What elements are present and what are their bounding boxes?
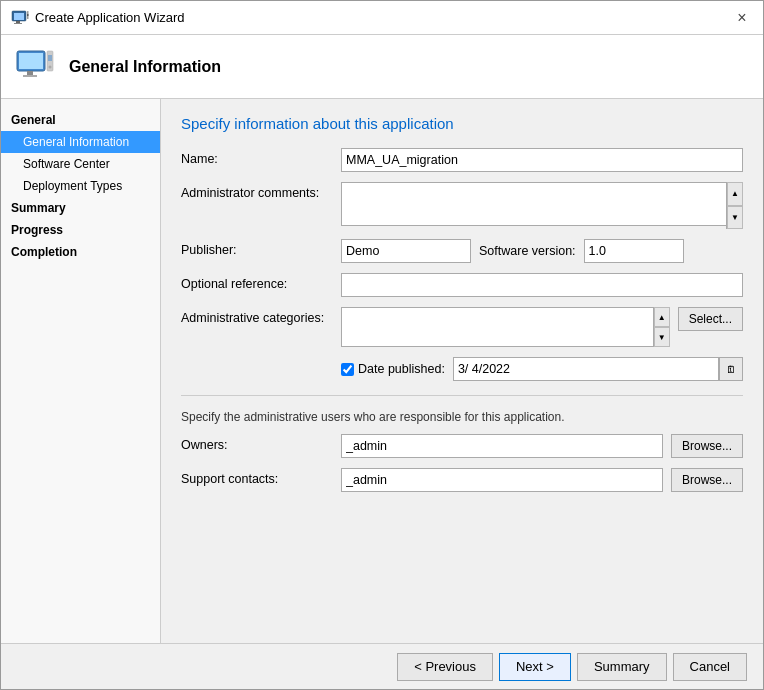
- optional-ref-label: Optional reference:: [181, 273, 341, 291]
- software-version-label: Software version:: [479, 244, 576, 258]
- admin-categories-field-wrap: ▲ ▼: [341, 307, 670, 347]
- svg-rect-7: [19, 53, 43, 69]
- owners-input[interactable]: [341, 434, 663, 458]
- cancel-button[interactable]: Cancel: [673, 653, 747, 681]
- sidebar: General General Information Software Cen…: [1, 99, 161, 643]
- optional-ref-control: [341, 273, 743, 297]
- date-input-wrap: 🗓: [453, 357, 743, 381]
- admin-comments-label: Administrator comments:: [181, 182, 341, 200]
- date-published-label-empty: [181, 357, 341, 361]
- summary-button[interactable]: Summary: [577, 653, 667, 681]
- create-application-wizard-dialog: Create Application Wizard × General Info…: [0, 0, 764, 690]
- admin-comments-row: Administrator comments: ▲ ▼: [181, 182, 743, 229]
- publisher-control: Software version:: [341, 239, 743, 263]
- subsection-description: Specify the administrative users who are…: [181, 410, 743, 424]
- name-control: [341, 148, 743, 172]
- main-content: Specify information about this applicati…: [161, 99, 763, 643]
- scroll-down-btn[interactable]: ▼: [727, 206, 743, 230]
- owners-browse-button[interactable]: Browse...: [671, 434, 743, 458]
- admin-categories-label: Administrative categories:: [181, 307, 341, 325]
- wizard-body: General General Information Software Cen…: [1, 99, 763, 643]
- previous-button[interactable]: < Previous: [397, 653, 493, 681]
- wizard-footer: < Previous Next > Summary Cancel: [1, 643, 763, 689]
- software-version-input[interactable]: [584, 239, 684, 263]
- header-icon: [15, 47, 55, 87]
- admin-categories-scrollbar: ▲ ▼: [653, 307, 670, 347]
- svg-point-12: [49, 65, 52, 68]
- date-published-row: Date published: 🗓: [181, 357, 743, 381]
- support-contacts-browse-button[interactable]: Browse...: [671, 468, 743, 492]
- name-label: Name:: [181, 148, 341, 166]
- svg-rect-9: [23, 75, 37, 77]
- sidebar-section-progress: Progress: [1, 219, 160, 241]
- svg-rect-3: [14, 23, 22, 24]
- sidebar-item-deployment-types[interactable]: Deployment Types: [1, 175, 160, 197]
- next-button[interactable]: Next >: [499, 653, 571, 681]
- owners-control: Browse...: [341, 434, 743, 458]
- date-published-control: Date published: 🗓: [341, 357, 743, 381]
- support-contacts-row: Support contacts: Browse...: [181, 468, 743, 492]
- sidebar-item-general-information[interactable]: General Information: [1, 131, 160, 153]
- sidebar-section-completion: Completion: [1, 241, 160, 263]
- date-published-checkbox[interactable]: [341, 363, 354, 376]
- dialog-title: Create Application Wizard: [35, 10, 185, 25]
- admin-comments-input[interactable]: [341, 182, 743, 226]
- date-published-checkbox-label: Date published:: [341, 362, 445, 376]
- support-contacts-input[interactable]: [341, 468, 663, 492]
- admin-categories-control: ▲ ▼ Select...: [341, 307, 743, 347]
- svg-rect-11: [48, 55, 52, 61]
- owners-row: Owners: Browse...: [181, 434, 743, 458]
- svg-rect-8: [27, 71, 33, 75]
- publisher-input[interactable]: [341, 239, 471, 263]
- owners-label: Owners:: [181, 434, 341, 452]
- title-bar: Create Application Wizard ×: [1, 1, 763, 35]
- svg-rect-5: [27, 14, 29, 16]
- sidebar-section-summary: Summary: [1, 197, 160, 219]
- date-published-input[interactable]: [453, 357, 719, 381]
- date-published-label: Date published:: [358, 362, 445, 376]
- name-input[interactable]: [341, 148, 743, 172]
- cat-scroll-down-btn[interactable]: ▼: [654, 327, 670, 347]
- section-divider: [181, 395, 743, 396]
- select-categories-button[interactable]: Select...: [678, 307, 743, 331]
- support-contacts-control: Browse...: [341, 468, 743, 492]
- name-row: Name:: [181, 148, 743, 172]
- wizard-icon: [11, 9, 29, 27]
- admin-categories-field: [341, 307, 670, 347]
- svg-rect-2: [16, 21, 20, 23]
- admin-comments-wrap: ▲ ▼: [341, 182, 743, 229]
- optional-ref-row: Optional reference:: [181, 273, 743, 297]
- close-button[interactable]: ×: [731, 7, 753, 29]
- sidebar-item-software-center[interactable]: Software Center: [1, 153, 160, 175]
- support-contacts-label: Support contacts:: [181, 468, 341, 486]
- svg-rect-1: [14, 13, 24, 20]
- admin-comments-scrollbar: ▲ ▼: [726, 182, 743, 229]
- header-title: General Information: [69, 58, 221, 76]
- publisher-row: Publisher: Software version:: [181, 239, 743, 263]
- sidebar-section-general: General: [1, 109, 160, 131]
- title-bar-left: Create Application Wizard: [11, 9, 185, 27]
- date-picker-button[interactable]: 🗓: [719, 357, 743, 381]
- scroll-up-btn[interactable]: ▲: [727, 182, 743, 206]
- section-title: Specify information about this applicati…: [181, 115, 743, 132]
- cat-scroll-up-btn[interactable]: ▲: [654, 307, 670, 327]
- wizard-header: General Information: [1, 35, 763, 99]
- optional-ref-input[interactable]: [341, 273, 743, 297]
- publisher-label: Publisher:: [181, 239, 341, 257]
- admin-categories-row: Administrative categories: ▲ ▼ Select...: [181, 307, 743, 347]
